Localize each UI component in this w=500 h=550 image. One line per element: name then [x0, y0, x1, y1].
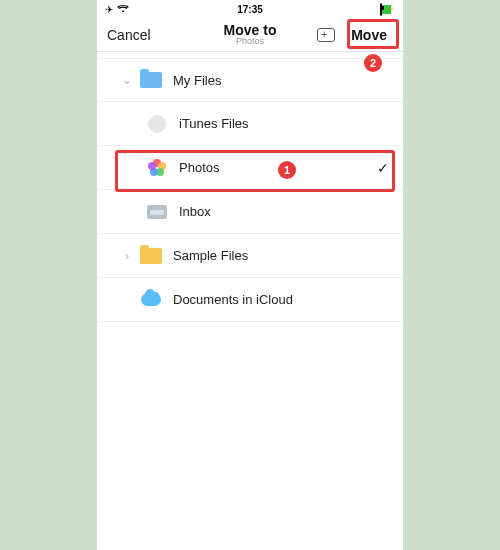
folder-icon [139, 244, 163, 268]
row-itunes-files[interactable]: iTunes Files [97, 102, 403, 146]
airplane-icon: ✈ [105, 4, 113, 15]
step-badge-2: 2 [364, 54, 382, 72]
status-time: 17:35 [237, 4, 263, 15]
phone-frame: ✈ 17:35 ⚡ Cancel Move to Photos Move ⌄ M… [97, 0, 403, 550]
checkmark-icon: ✓ [377, 160, 389, 176]
itunes-icon [145, 112, 169, 136]
row-inbox[interactable]: Inbox [97, 190, 403, 234]
cancel-button[interactable]: Cancel [107, 27, 151, 43]
folder-list: ⌄ My Files iTunes Files Photos ✓ [97, 52, 403, 322]
status-bar: ✈ 17:35 ⚡ [97, 0, 403, 18]
battery-icon [380, 4, 382, 15]
wifi-icon [117, 4, 129, 15]
row-label: Documents in iCloud [173, 292, 389, 307]
row-icloud[interactable]: Documents in iCloud [97, 278, 403, 322]
step-badge-1: 1 [278, 161, 296, 179]
cloud-icon [139, 288, 163, 312]
inbox-icon [145, 200, 169, 224]
row-label: iTunes Files [179, 116, 389, 131]
nav-bar: Cancel Move to Photos Move [97, 18, 403, 52]
chevron-down-icon[interactable]: ⌄ [115, 73, 139, 87]
move-button[interactable]: Move [345, 23, 393, 47]
new-folder-icon[interactable] [317, 28, 335, 42]
row-label: Sample Files [173, 248, 389, 263]
row-my-files[interactable]: ⌄ My Files [97, 58, 403, 102]
row-photos[interactable]: Photos ✓ [97, 146, 403, 190]
photos-icon [145, 156, 169, 180]
row-label: Inbox [179, 204, 389, 219]
folder-icon [139, 68, 163, 92]
chevron-right-icon[interactable]: › [115, 249, 139, 263]
row-sample-files[interactable]: › Sample Files [97, 234, 403, 278]
row-label: My Files [173, 73, 389, 88]
